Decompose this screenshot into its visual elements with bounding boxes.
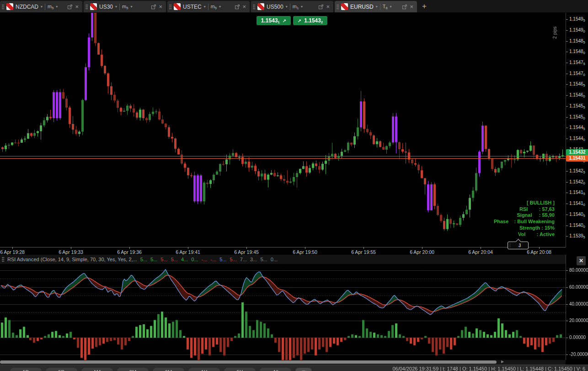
- range-button-1m[interactable]: 1M: [81, 368, 113, 371]
- broker-icon: [6, 3, 13, 10]
- chevron-down-icon[interactable]: ▾: [301, 5, 303, 9]
- ohlc-status-text: 06/04/2026 19:31:59 | t: 1748 | O: 1.154…: [392, 366, 585, 371]
- chevron-down-icon[interactable]: ▾: [204, 5, 206, 9]
- chevron-down-icon[interactable]: ▾: [286, 5, 288, 9]
- popout-icon[interactable]: [235, 4, 240, 10]
- range-button-3m[interactable]: 3M: [117, 368, 149, 371]
- popout-icon[interactable]: [67, 4, 73, 10]
- indicator-tick-label: 20.00000: [569, 318, 588, 323]
- info-box-line: Phase : Bull Weakening: [494, 219, 555, 225]
- time-tick-mark: [71, 247, 71, 249]
- range-button-5y[interactable]: 5Y: [224, 368, 256, 371]
- indicator-axis[interactable]: 80.0000060.0000040.0000020.000000.00000-…: [566, 255, 588, 360]
- chevron-down-icon[interactable]: ▾: [376, 5, 378, 9]
- tick-counter-value: 3: [511, 243, 528, 248]
- tab-us500[interactable]: US500▾m1▾×: [251, 1, 333, 12]
- divider: [119, 4, 120, 10]
- grip-icon: [2, 4, 4, 10]
- arrow-right-icon[interactable]: ▶: [501, 360, 504, 364]
- range-buttons: 1D5D1M3M6M1Y5YAll▦: [10, 368, 312, 371]
- time-tick-mark: [188, 247, 188, 249]
- chevron-down-icon[interactable]: ▾: [41, 5, 43, 9]
- tab-us30[interactable]: US30▾m5▾×: [84, 1, 166, 12]
- trading-app-window: NZDCAD▾m5▾×US30▾m5▾×USTEC▾m5▾×US500▾m1▾×…: [0, 0, 588, 371]
- range-button-1y[interactable]: 1Y: [188, 368, 220, 371]
- timeframe-label[interactable]: m5: [122, 4, 128, 10]
- price-tick-label: 1.15440: [569, 136, 585, 142]
- rsi-indicator-panel: [0, 264, 566, 360]
- broker-icon: [90, 3, 97, 10]
- horizontal-scrollbar[interactable]: ▶: [0, 360, 566, 365]
- time-tick-mark: [305, 247, 305, 249]
- indicator-info-box: [ BULLISH ]RSI : 57,63Signal : 55,90Phas…: [494, 200, 555, 237]
- price-tick-label: 1.15480: [569, 49, 585, 55]
- time-tick-label: 6 Apr 20:04: [460, 249, 501, 255]
- chevron-down-icon[interactable]: ▾: [219, 5, 221, 9]
- close-icon[interactable]: ×: [242, 5, 246, 9]
- range-button-all[interactable]: All: [260, 368, 291, 371]
- price-tick-label: 1.15485: [569, 38, 585, 44]
- price-tick-label: 1.15410: [569, 201, 585, 207]
- time-tick-label: 6 Apr 19:28: [0, 249, 33, 255]
- timeframe-label[interactable]: m5: [211, 4, 217, 10]
- popout-icon[interactable]: [151, 4, 156, 10]
- grip-icon: [2, 257, 4, 262]
- chevron-down-icon[interactable]: ▾: [115, 5, 117, 9]
- indicator-param-value: -...: [202, 257, 208, 262]
- symbol-label: US500: [267, 4, 283, 10]
- time-tick-mark: [363, 247, 364, 249]
- tab-eurusd[interactable]: EURUSD▾T6▾×: [335, 1, 417, 12]
- indicator-tick-label: 40.00000: [569, 301, 588, 306]
- indicator-param-value: 5...: [260, 257, 267, 262]
- price-tick-label: 1.15415: [569, 190, 585, 196]
- close-icon[interactable]: ×: [75, 5, 79, 9]
- time-tick-label: 6 Apr 20:08: [519, 249, 560, 255]
- timeframe-label[interactable]: m5: [48, 4, 53, 10]
- popout-icon[interactable]: [402, 4, 407, 10]
- indicator-tick-label: 80.00000: [569, 268, 588, 273]
- price-tick-label: 1.15405: [569, 212, 585, 218]
- price-tick-label: 1.15490: [569, 27, 585, 33]
- sell-button[interactable]: 1.15431 ↗: [257, 16, 291, 25]
- range-button-5d[interactable]: 5D: [46, 368, 77, 371]
- add-tab-button[interactable]: +: [418, 1, 430, 12]
- timeframe-label[interactable]: T6: [383, 4, 388, 10]
- indicator-param-value: 5...: [171, 257, 178, 262]
- popout-icon[interactable]: [318, 4, 324, 10]
- buy-button[interactable]: ↗ 1.15432: [293, 16, 327, 25]
- indicator-param-values: 5...5...5...5...4...0...-...-...5...5...…: [140, 257, 278, 262]
- indicator-param-value: 4...: [181, 257, 188, 262]
- chevron-down-icon[interactable]: ▾: [56, 5, 58, 9]
- indicator-header[interactable]: RSI Advanced (Close, 14, 9, Simple, 70, …: [0, 255, 567, 264]
- broker-icon: [174, 3, 181, 10]
- range-button-6m[interactable]: 6M: [153, 368, 184, 371]
- chevron-down-icon[interactable]: ▾: [390, 5, 392, 9]
- close-icon[interactable]: ×: [159, 5, 162, 9]
- indicator-param-value: -...: [210, 257, 216, 262]
- main-chart-canvas[interactable]: [0, 13, 566, 247]
- calendar-icon[interactable]: ▦: [295, 368, 312, 371]
- scrollbar-thumb[interactable]: [0, 360, 497, 364]
- price-tick-label: 1.15400: [569, 223, 585, 229]
- time-tick-mark: [129, 247, 130, 249]
- time-tick-mark: [12, 247, 13, 249]
- timeframe-label[interactable]: m1: [293, 4, 299, 10]
- close-icon[interactable]: ×: [326, 5, 330, 9]
- close-icon[interactable]: ×: [410, 5, 413, 9]
- rsi-indicator-canvas[interactable]: [0, 264, 566, 360]
- time-tick-label: 6 Apr 19:36: [109, 249, 150, 255]
- time-axis[interactable]: 6 Apr 19:286 Apr 19:336 Apr 19:366 Apr 1…: [0, 247, 566, 255]
- range-button-1d[interactable]: 1D: [10, 368, 42, 371]
- bottom-toolbar: 1D5D1M3M6M1Y5YAll▦ 06/04/2026 19:31:59 |…: [0, 365, 588, 371]
- indicator-param-value: 0...: [191, 257, 198, 262]
- indicator-param-value: 5...: [140, 257, 147, 262]
- grip-icon: [169, 4, 171, 10]
- indicator-close-button[interactable]: ✕: [577, 256, 586, 265]
- info-box-line: Signal : 55,90: [494, 212, 555, 219]
- price-axis[interactable]: 1.154951.154901.154851.154801.154751.154…: [566, 13, 588, 247]
- time-tick-mark: [539, 247, 540, 249]
- tab-ustec[interactable]: USTEC▾m5▾×: [167, 1, 250, 12]
- price-tick-label: 1.15395: [569, 233, 585, 239]
- chevron-down-icon[interactable]: ▾: [130, 5, 132, 9]
- tab-nzdcad[interactable]: NZDCAD▾m5▾×: [0, 1, 82, 12]
